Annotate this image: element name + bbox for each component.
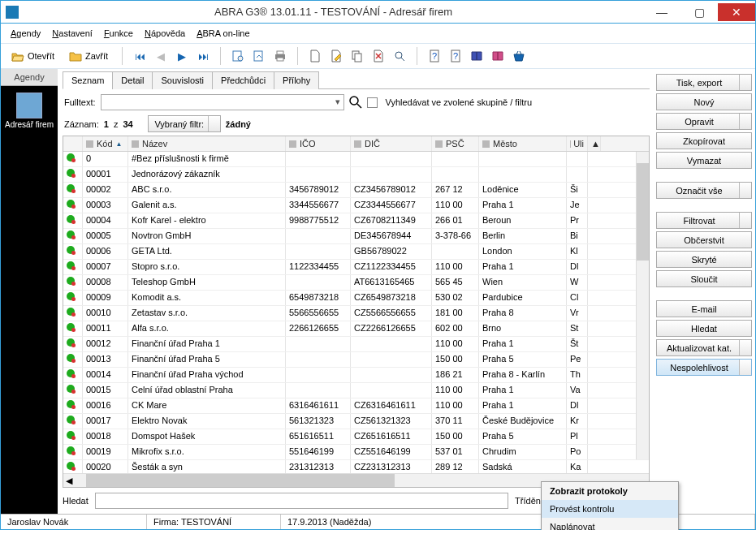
svg-text:?: ? (453, 51, 458, 61)
table-row[interactable]: 00006GETA Ltd.GB56789022LondonKl (63, 244, 649, 260)
print-button[interactable] (271, 47, 289, 65)
search-doc-button[interactable] (391, 47, 408, 65)
tool-2[interactable] (250, 47, 268, 65)
status-dot-icon (67, 323, 75, 331)
table-row[interactable]: 00019Mikrofix s.r.o.551646199CZ551646199… (63, 445, 649, 460)
basket-button[interactable] (510, 47, 528, 65)
menu-agendy[interactable]: Agendy (6, 27, 45, 40)
selected-filter-button[interactable]: Vybraný filtr: (148, 115, 221, 132)
close-agenda-button[interactable]: Zavřít (63, 47, 114, 65)
btn-zkopirovat[interactable]: Zkopírovat (656, 132, 752, 149)
col-marker[interactable] (63, 136, 83, 151)
col-psc[interactable]: PSČ (432, 136, 479, 151)
table-row[interactable]: 00008Teleshop GmbHAT6613165465565 45Wien… (63, 275, 649, 291)
table-row[interactable]: 00003Galenit a.s.3344556677CZ33445566771… (63, 198, 649, 213)
table-row[interactable]: 00009Komodit a.s.6549873218CZ65498732185… (63, 291, 649, 306)
menu-abra-online[interactable]: ABRA on-line (192, 27, 254, 40)
table-row[interactable]: 00013Finanční úřad Praha 5150 00Praha 5P… (63, 352, 649, 368)
table-row[interactable]: 00016CK Mare6316461611CZ6316461611110 00… (63, 398, 649, 414)
tabs: Seznam Detail Souvislosti Předchůdci Pří… (63, 71, 650, 89)
btn-oznacit-vse[interactable]: Označit vše (656, 182, 752, 199)
btn-skryte[interactable]: Skryté (656, 251, 752, 268)
table-row[interactable]: 00012Finanční úřad Praha 1110 00Praha 1Š… (63, 337, 649, 352)
data-grid: Kód▲ Název IČO DIČ PSČ Město Uli ▲ 0#Bez… (63, 136, 650, 488)
table-row[interactable]: 00011Alfa s.r.o.2266126655CZ226612665560… (63, 321, 649, 337)
table-row[interactable]: 00018Domspot Hašek651616511CZ65161651115… (63, 429, 649, 445)
col-dic[interactable]: DIČ (351, 136, 432, 151)
record-current: 1 (104, 119, 109, 129)
table-row[interactable]: 00014Finanční úřad Praha východ186 21Pra… (63, 368, 649, 383)
col-kod[interactable]: Kód▲ (83, 136, 128, 151)
btn-tisk-export[interactable]: Tisk, export (656, 74, 752, 91)
btn-hledat[interactable]: Hledat (656, 320, 752, 337)
btn-novy[interactable]: Nový (656, 93, 752, 110)
minimize-button[interactable]: — (643, 3, 680, 21)
btn-aktualizovat-kat[interactable]: Aktualizovat kat. (656, 339, 752, 356)
open-button[interactable]: Otevřít (6, 47, 60, 65)
tool-1[interactable] (229, 47, 247, 65)
table-row[interactable]: 00005Novtron GmbHDE3456789443-378-66Berl… (63, 229, 649, 244)
popup-header[interactable]: Zobrazit protokoly (542, 482, 678, 500)
tab-prilohy[interactable]: Přílohy (274, 71, 319, 89)
col-ulice[interactable]: Uli (567, 136, 588, 151)
nav-last-button[interactable]: ⏭ (194, 47, 212, 65)
status-dot-icon (67, 462, 75, 470)
book-2[interactable] (489, 47, 507, 65)
btn-opravit[interactable]: Opravit (656, 113, 752, 130)
table-row[interactable]: 00004Kofr Karel - elektro9988775512CZ670… (63, 213, 649, 229)
menu-funkce[interactable]: Funkce (99, 27, 138, 40)
popup-naplanovat[interactable]: Naplánovat (542, 518, 678, 530)
table-row[interactable]: 00007Stopro s.r.o.1122334455CZ1122334455… (63, 260, 649, 275)
btn-obcerstvit[interactable]: Občerstvit (656, 231, 752, 248)
help-1[interactable]: ? (426, 47, 443, 65)
copy-doc-button[interactable] (348, 47, 366, 65)
nav-next-button[interactable]: ▶ (173, 47, 191, 65)
search-group-checkbox[interactable] (367, 97, 378, 108)
hledat-input[interactable] (95, 493, 508, 509)
table-row[interactable]: 00015Celní úřad oblastní Praha110 00Prah… (63, 383, 649, 398)
magnifier-icon[interactable] (349, 96, 362, 109)
book-1[interactable] (468, 47, 486, 65)
table-row[interactable]: 00002ABC s.r.o.3456789012CZ3456789012267… (63, 183, 649, 198)
basket-icon (512, 50, 525, 62)
nav-prev-button[interactable]: ◀ (152, 47, 170, 65)
table-row[interactable]: 00010Zetastav s.r.o.5566556655CZ55665566… (63, 306, 649, 321)
btn-sloucit[interactable]: Sloučit (656, 270, 752, 287)
vertical-scrollbar[interactable] (636, 152, 649, 459)
tab-seznam[interactable]: Seznam (63, 71, 113, 89)
fulltext-input[interactable] (101, 94, 344, 110)
btn-email[interactable]: E-mail (656, 300, 752, 317)
status-firm: Firma: TESTOVÁNÍ (147, 515, 281, 529)
selected-filter-value: žádný (226, 119, 251, 129)
btn-vymazat[interactable]: Vymazat (656, 152, 752, 169)
edit-doc-button[interactable] (327, 47, 345, 65)
col-mesto[interactable]: Město (479, 136, 567, 151)
search-icon (393, 50, 406, 62)
maximize-button[interactable]: ▢ (680, 3, 718, 21)
btn-nespolehlivost[interactable]: Nespolehlivost (656, 359, 752, 376)
close-button[interactable]: ✕ (718, 3, 755, 21)
svg-rect-5 (277, 58, 283, 61)
tab-detail[interactable]: Detail (112, 71, 153, 89)
delete-doc-button[interactable] (369, 47, 387, 65)
menu-nastaveni[interactable]: Nastavení (47, 27, 97, 40)
tab-souvislosti[interactable]: Souvislosti (152, 71, 213, 89)
table-row[interactable]: 0#Bez příslušnosti k firmě (63, 152, 649, 167)
table-row[interactable]: 00020Šesták a syn231312313CZ231312313289… (63, 460, 649, 473)
toolbar: Otevřít Zavřít ⏮ ◀ ▶ ⏭ ? ? (1, 44, 755, 69)
menu-napoveda[interactable]: Nápověda (140, 27, 190, 40)
popup-provest-kontrolu[interactable]: Provést kontrolu (542, 500, 678, 518)
status-dot-icon (67, 416, 75, 424)
tab-predchudci[interactable]: Předchůdci (212, 71, 274, 89)
agendy-item-adresar[interactable]: Adresář firem (1, 86, 58, 134)
col-nazev[interactable]: Název (128, 136, 286, 151)
col-ico[interactable]: IČO (286, 136, 351, 151)
table-row[interactable]: 00017Elektro Novak561321323CZ56132132337… (63, 414, 649, 429)
nav-first-button[interactable]: ⏮ (131, 47, 149, 65)
new-doc-button[interactable] (306, 47, 324, 65)
btn-filtrovat[interactable]: Filtrovat (656, 212, 752, 229)
folder-open-icon (11, 50, 24, 62)
help-2[interactable]: ? (447, 47, 464, 65)
status-dot-icon (67, 292, 75, 300)
table-row[interactable]: 00001Jednorázový zákazník (63, 167, 649, 183)
